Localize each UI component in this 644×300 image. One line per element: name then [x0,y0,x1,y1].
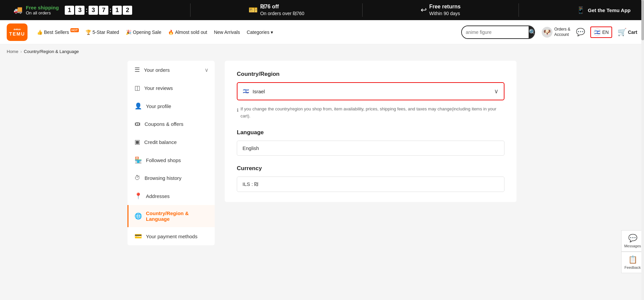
sidebar-item-browsing-history[interactable]: ⏱ Browsing history [127,169,215,187]
hot-badge: HOT [70,28,79,32]
followed-shops-label: Followed shops [146,157,181,163]
sidebar-item-coupons-offers[interactable]: 🎟 Coupons & offers [127,115,215,133]
timer-m2: 7 [99,6,108,15]
discount-text: ₪76 off On orders over ₪760 [260,3,305,17]
best-sellers-icon: 👍 [37,30,43,35]
free-shipping-text: Free shipping On all orders [26,5,59,15]
truck-icon: 🚚 [13,6,22,14]
nav-5star[interactable]: 🏆 5-Star Rated [83,28,122,36]
sidebar-item-your-profile[interactable]: 👤 Your profile [127,97,215,115]
cart-icon: 🛒 [618,28,627,37]
free-shipping-line2: On all orders [26,10,59,15]
feedback-float-button[interactable]: 📋 Feedback [621,252,644,259]
breadcrumb-home[interactable]: Home [7,49,18,54]
navbar: 𝓮𝓶𝓾 TEMU 👍 Best Sellers HOT 🏆 5-Star Rat… [0,20,644,44]
country-info-message: If you change the country/region you sho… [240,106,504,120]
free-shipping-section: 🚚 Free shipping On all orders 1 3 : 3 7 … [13,5,132,15]
nav-new-arrivals[interactable]: New Arrivals [211,28,243,36]
timer-s1: 1 [112,6,122,15]
banner-divider-2 [362,3,363,17]
nav-categories[interactable]: Categories ▾ [244,28,276,36]
your-reviews-icon: ◫ [135,84,140,92]
breadcrumb-current: Country/Region & Language [24,49,79,54]
timer-h1: 1 [65,6,74,15]
orders-account-text: Orders & Account [554,27,571,37]
search-bar: 🔍 [461,26,535,39]
your-orders-label: Your orders [144,67,170,73]
messages-icon: 💬 [576,28,585,37]
coupons-offers-label: Coupons & offers [145,121,183,127]
language-field: English [237,141,504,156]
top-banner: 🚚 Free shipping On all orders 1 3 : 3 7 … [0,0,644,20]
scroll-thumb[interactable] [641,0,644,40]
selected-country-label: Israel [253,89,265,94]
messages-float-icon: 💬 [628,234,637,243]
country-region-title: Country/Region [237,71,504,78]
search-input[interactable] [462,26,529,38]
categories-chevron-icon: ▾ [271,30,273,35]
messages-button[interactable]: 💬 [576,28,585,37]
scrollbar[interactable] [641,0,644,259]
banner-divider-1 [190,3,191,17]
nav-best-sellers[interactable]: 👍 Best Sellers HOT [34,28,82,36]
app-section: 📱 Get the Temu App [577,6,631,14]
nav-actions: 🐶 Orders & Account 💬 🇮🇱 EN 🛒 Cart [542,27,637,38]
your-profile-icon: 👤 [135,102,142,110]
returns-line2: Within 90 days [429,11,460,16]
credit-balance-icon: ▣ [135,138,140,146]
get-app-label[interactable]: Get the Temu App [588,7,631,13]
your-profile-label: Your profile [146,103,171,109]
selected-country-flag-icon: 🇮🇱 [243,88,249,94]
discount-condition: On orders over ₪760 [260,11,305,16]
orders-account-button[interactable]: 🐶 Orders & Account [542,27,571,38]
sidebar: ☰ Your orders ∨ ◫ Your reviews 👤 Your pr… [127,61,215,245]
messages-float-label: Messages [624,244,641,248]
breadcrumb-separator: › [20,49,22,54]
sidebar-item-your-orders[interactable]: ☰ Your orders ∨ [127,61,215,79]
almost-sold-out-label: Almost sold out [175,30,207,35]
search-button[interactable]: 🔍 [529,26,535,39]
banner-divider-3 [519,3,519,17]
your-orders-chevron-icon: ∨ [205,67,209,73]
sidebar-item-followed-shops[interactable]: 🏪 Followed shops [127,151,215,169]
temu-logo[interactable]: 𝓮𝓶𝓾 TEMU [7,23,28,41]
sidebar-item-your-reviews[interactable]: ◫ Your reviews [127,79,215,97]
phone-icon: 📱 [577,6,585,14]
breadcrumb: Home › Country/Region & Language [0,44,644,57]
currency-field: ILS : ₪ [237,177,504,192]
country-region-icon: 🌐 [135,212,142,220]
browsing-history-icon: ⏱ [135,174,141,182]
sidebar-item-country-region[interactable]: 🌐 Country/Region & Language [127,205,215,227]
nav-links: 👍 Best Sellers HOT 🏆 5-Star Rated 🎉 Open… [34,28,457,36]
cart-label: Cart [628,30,637,35]
israel-flag-icon: 🇮🇱 [594,29,601,36]
followed-shops-icon: 🏪 [135,156,142,164]
addresses-icon: 📍 [135,192,142,200]
messages-float-button[interactable]: 💬 Messages [621,230,644,252]
language-button[interactable]: 🇮🇱 EN [590,27,612,38]
timer-s2: 2 [123,6,132,15]
floating-buttons: 💬 Messages 📋 Feedback [621,230,644,259]
sidebar-item-payment-methods[interactable]: 💳 Your payment methods [127,227,215,245]
nav-opening-sale[interactable]: 🎉 Opening Sale [123,28,164,36]
opening-sale-icon: 🎉 [126,30,131,35]
language-label: EN [602,30,609,35]
country-dropdown-chevron-icon: ∨ [494,88,498,95]
language-title: Language [237,129,504,136]
sidebar-item-credit-balance[interactable]: ▣ Credit balance [127,133,215,151]
country-region-label: Country/Region & Language [146,210,209,222]
info-icon: ℹ [237,106,238,114]
country-select-dropdown[interactable]: 🇮🇱 Israel ∨ [237,82,504,100]
addresses-label: Addresses [146,193,170,199]
cart-button[interactable]: 🛒 Cart [618,28,637,37]
discount-icon: 🎫 [249,6,258,14]
sidebar-item-addresses[interactable]: 📍 Addresses [127,187,215,205]
timer-m1: 3 [89,6,98,15]
language-section: Language English [237,129,504,156]
currency-title: Currency [237,165,504,172]
nav-almost-sold-out[interactable]: 🔥 Almost sold out [165,28,210,36]
feedback-float-icon: 📋 [628,255,637,259]
credit-balance-label: Credit balance [144,139,177,145]
discount-amount: ₪76 off [260,3,305,10]
free-returns-section: ↩ Free returns Within 90 days [421,3,461,17]
